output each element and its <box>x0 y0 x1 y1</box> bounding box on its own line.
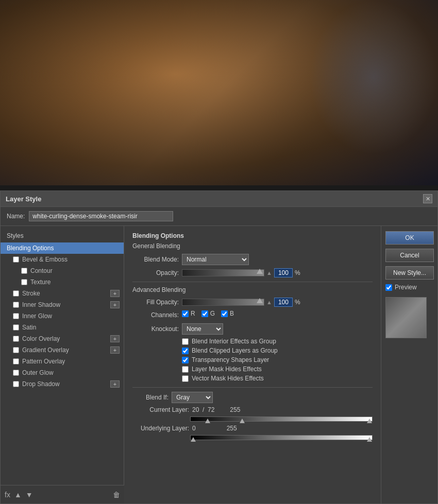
inner-glow-checkbox[interactable] <box>13 313 19 319</box>
new-style-button[interactable]: New Style... <box>385 266 434 280</box>
satin-label: Satin <box>22 324 36 331</box>
blend-if-select[interactable]: Gray Red Green Blue <box>172 392 213 403</box>
transparency-shapes-label: Transparency Shapes Layer <box>192 356 269 363</box>
blend-mode-row: Blend Mode: Normal Dissolve Multiply Scr… <box>132 254 373 265</box>
move-up-icon[interactable]: ▲ <box>14 491 22 499</box>
general-blending-subtitle: General Blending <box>132 242 373 250</box>
sidebar-item-drop-shadow[interactable]: Drop Shadow + <box>1 378 124 390</box>
channel-r-item: R <box>182 310 195 317</box>
underlying-layer-gradient-track[interactable] <box>190 435 373 440</box>
bevel-emboss-checkbox[interactable] <box>13 256 19 263</box>
channels-checkboxes: R G B <box>182 310 234 317</box>
sidebar-item-pattern-overlay[interactable]: Pattern Overlay <box>1 356 124 367</box>
drop-shadow-label: Drop Shadow <box>22 380 60 388</box>
sidebar-item-bevel-emboss[interactable]: Bevel & Emboss <box>1 254 124 265</box>
channel-g-item: G <box>201 310 215 317</box>
preview-checkbox[interactable] <box>385 284 392 291</box>
knockout-select[interactable]: None Shallow Deep <box>182 323 223 335</box>
close-button[interactable]: ✕ <box>423 194 432 203</box>
delete-icon[interactable]: 🗑 <box>113 491 120 499</box>
styles-header: Styles <box>1 230 124 242</box>
transparency-shapes-checkbox[interactable] <box>182 357 189 363</box>
blending-options-title: Blending Options <box>132 232 373 239</box>
transparency-shapes-row: Transparency Shapes Layer <box>182 356 373 363</box>
sidebar-item-stroke[interactable]: Stroke + <box>1 288 124 299</box>
fill-opacity-slider-thumb[interactable] <box>257 298 263 303</box>
name-input[interactable] <box>29 211 173 221</box>
main-panel: Blending Options General Blending Blend … <box>124 226 381 503</box>
current-layer-thumb-right[interactable] <box>367 419 372 423</box>
sidebar-item-outer-glow[interactable]: Outer Glow <box>1 367 124 378</box>
satin-checkbox[interactable] <box>13 324 19 331</box>
underlying-layer-thumb-left[interactable] <box>191 437 196 442</box>
inner-shadow-checkbox[interactable] <box>13 302 19 308</box>
preview-label: Preview <box>395 284 417 291</box>
left-panel: Styles Blending Options Bevel & Emboss C… <box>1 226 124 503</box>
knockout-row: Knockout: None Shallow Deep <box>132 323 373 335</box>
texture-label: Texture <box>30 279 50 286</box>
fx-icon[interactable]: fx <box>5 491 10 499</box>
layer-mask-hides-checkbox[interactable] <box>182 366 189 373</box>
sidebar-item-gradient-overlay[interactable]: Gradient Overlay + <box>1 344 124 356</box>
inner-shadow-add-button[interactable]: + <box>110 301 120 308</box>
blend-interior-checkbox[interactable] <box>182 338 189 345</box>
pattern-overlay-label: Pattern Overlay <box>22 358 65 365</box>
sidebar-item-inner-shadow[interactable]: Inner Shadow + <box>1 299 124 310</box>
ok-button[interactable]: OK <box>385 231 434 245</box>
opacity-pct-label: % <box>295 269 300 276</box>
texture-checkbox[interactable] <box>21 279 27 285</box>
channels-label: Channels: <box>132 311 179 319</box>
preview-thumbnail <box>385 297 427 338</box>
blend-mode-select[interactable]: Normal Dissolve Multiply Screen Overlay <box>182 254 249 265</box>
sidebar-item-color-overlay[interactable]: Color Overlay + <box>1 333 124 344</box>
color-overlay-checkbox[interactable] <box>13 336 19 342</box>
underlying-layer-values: 0 255 <box>192 425 237 432</box>
photo-background <box>0 0 438 185</box>
blend-if-section: Blend If: Gray Red Green Blue Current La… <box>132 387 373 440</box>
blend-if-row: Blend If: Gray Red Green Blue <box>132 392 373 403</box>
opacity-slider-track[interactable] <box>182 269 264 276</box>
color-overlay-add-button[interactable]: + <box>110 335 120 342</box>
sidebar-item-contour[interactable]: Contour <box>1 265 124 276</box>
contour-checkbox[interactable] <box>21 268 27 274</box>
underlying-layer-label: Underlying Layer: <box>132 425 189 432</box>
cancel-button[interactable]: Cancel <box>385 249 434 262</box>
pattern-overlay-checkbox[interactable] <box>13 358 19 364</box>
underlying-layer-slider[interactable] <box>190 435 373 440</box>
blend-clipped-checkbox[interactable] <box>182 347 189 354</box>
channel-g-checkbox[interactable] <box>201 310 208 317</box>
opacity-slider-thumb[interactable] <box>257 269 263 274</box>
advanced-blending-title: Advanced Blending <box>132 286 373 293</box>
sidebar-item-satin[interactable]: Satin <box>1 322 124 333</box>
outer-glow-label: Outer Glow <box>22 369 54 376</box>
stroke-add-button[interactable]: + <box>110 290 120 297</box>
channel-r-checkbox[interactable] <box>182 310 189 317</box>
gradient-overlay-add-button[interactable]: + <box>110 346 120 354</box>
sidebar-item-blending-options[interactable]: Blending Options <box>1 242 124 254</box>
opacity-value-input[interactable] <box>274 268 293 277</box>
fill-opacity-value-input[interactable] <box>274 298 293 307</box>
underlying-layer-thumb-right[interactable] <box>367 437 372 442</box>
stroke-checkbox[interactable] <box>13 290 19 297</box>
drop-shadow-checkbox[interactable] <box>13 381 19 387</box>
current-layer-thumb-left[interactable] <box>205 419 210 423</box>
sidebar-item-inner-glow[interactable]: Inner Glow <box>1 310 124 322</box>
current-layer-row: Current Layer: 20 / 72 255 <box>132 406 373 413</box>
current-layer-label: Current Layer: <box>132 406 189 413</box>
layer-style-dialog: Layer Style ✕ Name: Styles Blending Opti… <box>0 190 438 504</box>
channel-b-label: B <box>230 310 234 317</box>
drop-shadow-add-button[interactable]: + <box>110 380 120 388</box>
sidebar-item-texture[interactable]: Texture <box>1 276 124 288</box>
current-layer-gradient-track[interactable] <box>190 416 373 422</box>
gradient-overlay-checkbox[interactable] <box>13 347 19 353</box>
current-layer-slider[interactable] <box>190 416 373 422</box>
vector-mask-hides-row: Vector Mask Hides Effects <box>182 375 373 382</box>
vector-mask-hides-label: Vector Mask Hides Effects <box>192 375 264 382</box>
outer-glow-checkbox[interactable] <box>13 370 19 376</box>
vector-mask-hides-checkbox[interactable] <box>182 375 189 382</box>
channel-b-checkbox[interactable] <box>221 310 228 317</box>
current-layer-thumb-mid[interactable] <box>240 419 245 423</box>
fill-opacity-arrow-icon: ▲ <box>266 299 272 305</box>
fill-opacity-slider-track[interactable] <box>182 299 264 306</box>
move-down-icon[interactable]: ▼ <box>26 491 33 499</box>
